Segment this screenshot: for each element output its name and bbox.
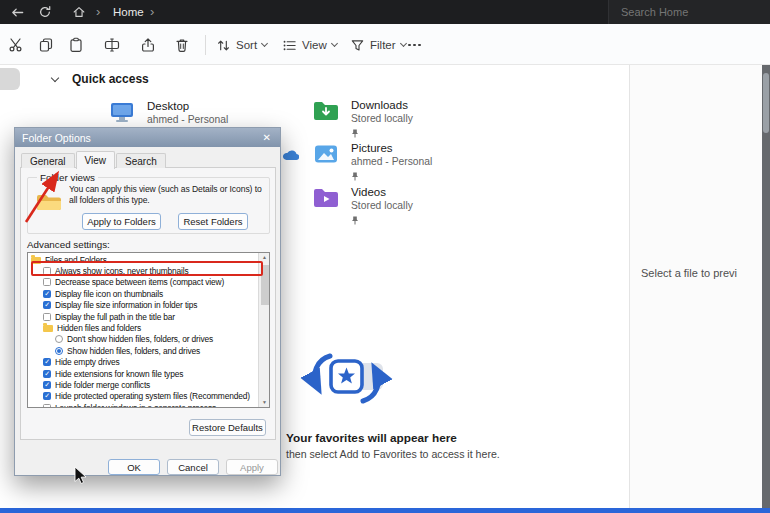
setting-label: Show hidden files, folders, and drives: [67, 346, 200, 356]
setting-show-hidden[interactable]: Show hidden files, folders, and drives: [28, 345, 257, 356]
setting-hide-extensions[interactable]: Hide extensions for known file types: [28, 368, 257, 379]
rename-button[interactable]: [104, 37, 120, 53]
tile-detail: Stored locally: [351, 200, 413, 211]
setting-label: Hide folder merge conflicts: [55, 380, 150, 390]
chevron-down-icon: [331, 40, 338, 47]
checkbox[interactable]: [43, 381, 51, 389]
sort-label: Sort: [236, 39, 257, 51]
ok-button[interactable]: OK: [108, 459, 160, 475]
quick-access-header[interactable]: Quick access: [52, 72, 149, 86]
checkbox[interactable]: [43, 313, 51, 321]
setting-display-file-size[interactable]: Display file size information in folder …: [28, 300, 257, 311]
home-breadcrumb-icon[interactable]: [72, 0, 86, 24]
more-options-button[interactable]: [408, 34, 421, 56]
tile-detail: Stored locally: [351, 113, 413, 124]
copy-button[interactable]: [38, 37, 54, 53]
list-scrollbar[interactable]: ▲ ▼: [258, 253, 269, 407]
setting-hide-empty-drives[interactable]: Hide empty drives: [28, 357, 257, 368]
cut-button[interactable]: [8, 37, 24, 53]
checkbox[interactable]: [43, 370, 51, 378]
chevron-down-icon: [261, 40, 268, 47]
view-icon: [282, 38, 297, 53]
close-icon[interactable]: ✕: [261, 132, 273, 143]
setting-hide-merge-conflicts[interactable]: Hide folder merge conflicts: [28, 379, 257, 390]
setting-display-full-path[interactable]: Display the full path in the title bar: [28, 311, 257, 322]
folder-icon: [43, 325, 53, 332]
window-scrollbar[interactable]: [762, 65, 770, 513]
tile-pictures[interactable]: Pictures ahmed - Personal: [312, 142, 432, 185]
breadcrumb[interactable]: Home: [113, 0, 144, 24]
folder-views-description-line1: You can apply this view (such as Details…: [69, 184, 277, 195]
tile-desktop[interactable]: Desktop ahmed - Personal: [108, 100, 228, 125]
breadcrumb-chevron[interactable]: ›: [150, 0, 154, 24]
tab-view[interactable]: View: [76, 151, 116, 169]
pictures-icon: [312, 142, 340, 166]
cancel-button[interactable]: Cancel: [167, 459, 219, 475]
checkbox[interactable]: [43, 290, 51, 298]
checkbox[interactable]: [43, 392, 51, 400]
checkbox[interactable]: [43, 404, 51, 408]
refresh-button[interactable]: [38, 0, 52, 24]
setting-display-file-icon[interactable]: Display file icon on thumbnails: [28, 288, 257, 299]
tile-name: Pictures: [351, 142, 432, 154]
command-toolbar: Sort View Filter: [0, 24, 770, 65]
pin-icon: [351, 216, 359, 225]
share-button[interactable]: [140, 37, 156, 53]
setting-decrease-space[interactable]: Decrease space between items (compact vi…: [28, 277, 257, 288]
rename-icon: [104, 37, 120, 53]
preview-pane: Select a file to previ: [629, 65, 762, 513]
search-box[interactable]: [608, 0, 770, 24]
radio-button[interactable]: [55, 335, 63, 343]
dialog-title: Folder Options: [22, 132, 261, 144]
chevron-down-icon[interactable]: [51, 73, 59, 81]
setting-launch-separate-process[interactable]: Launch folder windows in a separate proc…: [28, 402, 257, 408]
scrollbar-thumb[interactable]: [763, 73, 769, 133]
back-button[interactable]: [10, 0, 25, 24]
chevron-down-icon: [400, 40, 407, 47]
favorites-subtitle: then select Add to Favorites to access i…: [286, 448, 500, 460]
filter-icon: [350, 38, 365, 53]
tab-search[interactable]: Search: [116, 153, 166, 168]
copy-icon: [38, 37, 54, 53]
setting-label: Display file icon on thumbnails: [55, 289, 163, 299]
restore-defaults-button[interactable]: Restore Defaults: [189, 419, 266, 436]
reset-folders-button[interactable]: Reset Folders: [178, 213, 248, 230]
trash-icon: [174, 37, 190, 53]
annotation-arrow: [16, 164, 72, 230]
toolbar-divider: [205, 35, 206, 55]
taskbar-edge: [0, 508, 770, 513]
mouse-cursor: [74, 466, 88, 485]
setting-hide-protected-os-files[interactable]: Hide protected operating system files (R…: [28, 391, 257, 402]
downloads-icon: [312, 99, 340, 123]
tile-name: Desktop: [147, 100, 228, 112]
setting-label: Don't show hidden files, folders, or dri…: [67, 334, 213, 344]
home-icon: [72, 5, 86, 19]
checkbox[interactable]: [43, 301, 51, 309]
breadcrumb-chevron: ›: [96, 0, 100, 24]
scroll-down-icon[interactable]: ▼: [259, 398, 270, 407]
favorites-title: Your favorites will appear here: [286, 431, 457, 445]
setting-dont-show-hidden[interactable]: Don't show hidden files, folders, or dri…: [28, 334, 257, 345]
setting-label: Display the full path in the title bar: [55, 312, 175, 322]
setting-label: Launch folder windows in a separate proc…: [55, 403, 216, 408]
paste-button[interactable]: [68, 37, 84, 53]
preview-placeholder-text: Select a file to previ: [641, 267, 761, 279]
sort-button[interactable]: Sort: [216, 34, 267, 56]
dialog-titlebar[interactable]: Folder Options ✕: [15, 128, 280, 147]
apply-button[interactable]: Apply: [226, 459, 278, 475]
radio-button[interactable]: [55, 347, 63, 355]
filter-button[interactable]: Filter: [350, 34, 406, 56]
tile-videos[interactable]: Videos Stored locally: [312, 186, 413, 229]
delete-button[interactable]: [174, 37, 190, 53]
share-icon: [140, 37, 156, 53]
tile-downloads[interactable]: Downloads Stored locally: [312, 99, 413, 142]
filter-label: Filter: [370, 39, 396, 51]
search-input[interactable]: [621, 6, 751, 18]
tile-name: Downloads: [351, 99, 413, 111]
apply-to-folders-button[interactable]: Apply to Folders: [82, 213, 161, 230]
checkbox[interactable]: [43, 358, 51, 366]
desktop-icon: [108, 100, 136, 124]
view-button[interactable]: View: [282, 34, 337, 56]
checkbox[interactable]: [43, 278, 51, 286]
nav-pane-handle[interactable]: [0, 68, 20, 90]
